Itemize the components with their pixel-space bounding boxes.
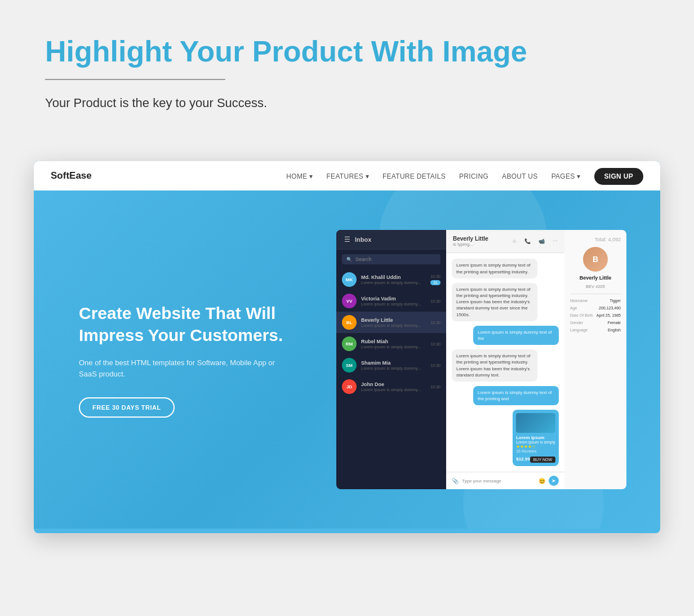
preview-card: SoftEase HOME ▾ FEATURES ▾ FEATURE DETAI… bbox=[34, 161, 660, 533]
mockup-profile: Total: 4,092 B Beverly Little BEV #205 N… bbox=[564, 230, 626, 489]
chat-header-name: Beverly Little bbox=[453, 236, 508, 242]
nav-item-pricing[interactable]: PRICING bbox=[459, 171, 488, 181]
nav-item-feature-details[interactable]: FEATURE DETAILS bbox=[382, 171, 446, 181]
preview-navbar: SoftEase HOME ▾ FEATURES ▾ FEATURE DETAI… bbox=[34, 161, 660, 190]
chat-message: Lorem ipsum is simply dummy text of the … bbox=[452, 283, 537, 321]
profile-field: Gender Female bbox=[570, 321, 621, 325]
chat-message: Lorem ipsum is simply dummy text of the bbox=[473, 326, 559, 345]
nav-item-about[interactable]: ABOUT US bbox=[502, 171, 538, 181]
title-divider bbox=[45, 79, 225, 80]
hero-text: Create Website That Will Impress Your Cu… bbox=[79, 302, 293, 418]
chat-message: Lorem ipsum is simply dummy text of the … bbox=[452, 259, 537, 278]
sidebar-title: Inbox bbox=[355, 236, 371, 243]
sidebar-item[interactable]: SM Shamim Mia Lorem ipsum is simply dumm… bbox=[336, 354, 446, 376]
chat-typing-status: is typing... bbox=[453, 242, 508, 247]
nav-item-signup[interactable]: SIGN UP bbox=[594, 171, 643, 181]
top-section: Highlight Your Product With Image Your P… bbox=[0, 0, 694, 133]
nav-item-features[interactable]: FEATURES ▾ bbox=[326, 171, 368, 181]
profile-divider bbox=[570, 294, 621, 294]
chat-product-card: Lorem ipsum Lorem ipsum is simply ★★★★☆ … bbox=[513, 410, 559, 466]
page-subtitle: Your Product is the key to your Success. bbox=[45, 96, 649, 110]
profile-field: Age 200,123,460 bbox=[570, 306, 621, 310]
profile-field: Language English bbox=[570, 328, 621, 332]
hero-description: One of the best HTML templates for Softw… bbox=[79, 357, 293, 381]
product-price: $12.99 bbox=[516, 457, 530, 462]
product-card-image bbox=[516, 413, 555, 433]
hero-heading: Create Website That Will Impress Your Cu… bbox=[79, 302, 293, 346]
nav-brand: SoftEase bbox=[51, 170, 92, 181]
phone-icon[interactable]: 📞 bbox=[524, 238, 531, 244]
chat-body: Lorem ipsum is simply dummy text of the … bbox=[446, 253, 564, 472]
preview-hero: Create Website That Will Impress Your Cu… bbox=[34, 190, 660, 529]
page-title: Highlight Your Product With Image bbox=[45, 34, 649, 69]
mockup-sidebar: ☰ Inbox 🔍 Search MK Md. Khalil Uddin Lor… bbox=[336, 230, 446, 489]
hero-cta-button[interactable]: FREE 30 DAYS TRIAL bbox=[79, 397, 175, 418]
sidebar-item[interactable]: RM Rubel Miah Lorem ipsum is simply dumm… bbox=[336, 333, 446, 354]
star-icon[interactable]: ☆ bbox=[512, 238, 517, 244]
sidebar-item[interactable]: JD John Doe Lorem ipsum is simply dummy.… bbox=[336, 376, 446, 397]
profile-field: Date Of Birth April 25, 1985 bbox=[570, 313, 621, 317]
profile-avatar: B bbox=[583, 247, 608, 272]
sidebar-item[interactable]: VV Victoria Vadim Lorem ipsum is simply … bbox=[336, 290, 446, 312]
nav-links: HOME ▾ FEATURES ▾ FEATURE DETAILS PRICIN… bbox=[286, 171, 643, 181]
product-card-title: Lorem ipsum bbox=[516, 435, 555, 440]
chat-message: Lorem ipsum is simply dummy text of the … bbox=[473, 386, 559, 405]
profile-field: Nickname Tigger bbox=[570, 299, 621, 303]
product-card-subtitle: Lorem ipsum is simply bbox=[516, 440, 555, 444]
more-icon[interactable]: ⋯ bbox=[553, 238, 558, 244]
profile-name: Beverly Little bbox=[580, 275, 612, 281]
buy-now-button[interactable]: BUY NOW bbox=[530, 457, 555, 463]
chat-footer: 📎 Type your message 😊 ➤ bbox=[446, 472, 564, 489]
chat-message: Lorem ipsum is simply dummy text of the … bbox=[452, 349, 537, 382]
sidebar-item[interactable]: BL Beverly Little Lorem ipsum is simply … bbox=[336, 312, 446, 333]
product-card-stars: ★★★★☆ bbox=[516, 444, 555, 449]
chat-input[interactable]: Type your message bbox=[462, 478, 535, 484]
nav-item-home[interactable]: HOME ▾ bbox=[286, 171, 313, 181]
mockup-chat: Beverly Little is typing... ☆ 📞 📹 ⋯ Lore… bbox=[446, 230, 564, 489]
sidebar-header: ☰ Inbox bbox=[336, 230, 446, 250]
sidebar-item[interactable]: MK Md. Khalil Uddin Lorem ipsum is simpl… bbox=[336, 269, 446, 290]
hero-mockup: ☰ Inbox 🔍 Search MK Md. Khalil Uddin Lor… bbox=[336, 230, 626, 489]
sidebar-search[interactable]: 🔍 Search bbox=[342, 254, 441, 264]
search-placeholder: Search bbox=[355, 256, 372, 262]
video-icon[interactable]: 📹 bbox=[539, 238, 545, 244]
profile-visits: Total: 4,092 bbox=[594, 237, 621, 242]
nav-item-pages[interactable]: PAGES ▾ bbox=[551, 171, 581, 181]
product-card-reviews: 16 Reviews bbox=[516, 449, 555, 453]
profile-handle: BEV #205 bbox=[586, 284, 605, 289]
send-button[interactable]: ➤ bbox=[549, 476, 559, 486]
emoji-icon[interactable]: 😊 bbox=[539, 478, 545, 484]
chat-header: Beverly Little is typing... ☆ 📞 📹 ⋯ bbox=[446, 230, 564, 253]
attach-icon[interactable]: 📎 bbox=[452, 478, 459, 484]
